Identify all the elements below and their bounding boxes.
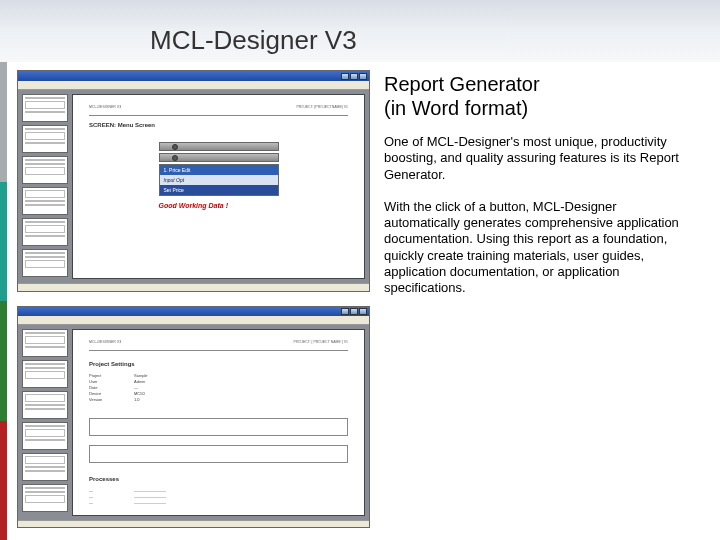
divider: [89, 350, 348, 351]
page-thumb: [22, 187, 68, 215]
settings-row: [89, 445, 348, 463]
window-body: MCL-DESIGNER V3 PROJECT: [PROJECTNAME] V…: [18, 90, 369, 283]
body-paragraph-1: One of MCL-Designer's most unique, produ…: [384, 134, 696, 183]
heading-line-2: (in Word format): [384, 97, 528, 119]
body-paragraph-2: With the click of a button, MCL-Designer…: [384, 199, 696, 297]
slide-body: MCL-DESIGNER V3 PROJECT: [PROJECTNAME] V…: [0, 62, 720, 540]
window-statusbar: [18, 283, 369, 291]
page-header-right: PROJECT: [PROJECTNAME] V1: [296, 105, 348, 109]
meta-val: —: [134, 385, 348, 390]
heading-line-1: Report Generator: [384, 73, 540, 95]
left-column: MCL-DESIGNER V3 PROJECT: [PROJECTNAME] V…: [0, 62, 380, 540]
page-thumbnails: [22, 94, 68, 279]
report-page: MCL-DESIGNER V3 PROJECT: [ PROJECT NAME …: [72, 329, 365, 516]
project-meta: ProjectSample UserAdmin Date— DeviceMC50…: [89, 373, 348, 402]
accent-red: [0, 421, 7, 541]
page-thumb: [22, 453, 68, 481]
meta-val: Admin: [134, 379, 348, 384]
radio-icon: [172, 155, 178, 161]
device-menu: 1. Price Edit Input Opt Set Price: [159, 164, 279, 196]
page-thumb: [22, 249, 68, 277]
page-thumb: [22, 218, 68, 246]
meta-key: Device: [89, 391, 134, 396]
window-body: MCL-DESIGNER V3 PROJECT: [ PROJECT NAME …: [18, 325, 369, 520]
page-header-left: MCL-DESIGNER V3: [89, 105, 121, 109]
callout-text: Good Working Data !: [159, 202, 279, 209]
menu-row-2: Input Opt: [160, 175, 278, 185]
window-titlebar: [18, 71, 369, 81]
accent-green: [0, 301, 7, 421]
window-toolbar: [18, 81, 369, 90]
maximize-icon: [350, 308, 358, 315]
window-toolbar: [18, 316, 369, 324]
device-mock: 1. Price Edit Input Opt Set Price Good W…: [159, 142, 279, 209]
meta-key: User: [89, 379, 134, 384]
page-thumb: [22, 156, 68, 184]
radio-icon: [172, 144, 178, 150]
section-title: Processes: [89, 476, 348, 482]
section-title: Project Settings: [89, 361, 348, 367]
device-topbar: [159, 153, 279, 162]
minimize-icon: [341, 73, 349, 80]
page-thumb: [22, 94, 68, 122]
accent-bar: [0, 62, 7, 540]
maximize-icon: [350, 73, 358, 80]
meta-val: Sample: [134, 373, 348, 378]
menu-row-1: 1. Price Edit: [160, 165, 278, 175]
close-icon: [359, 73, 367, 80]
page-header-left: MCL-DESIGNER V3: [89, 340, 121, 344]
meta-val: 1.0: [134, 397, 348, 402]
device-topbar: [159, 142, 279, 151]
section-heading: Report Generator (in Word format): [384, 72, 696, 120]
settings-row: [89, 418, 348, 436]
screenshots-column: MCL-DESIGNER V3 PROJECT: [PROJECTNAME] V…: [7, 62, 380, 540]
report-page: MCL-DESIGNER V3 PROJECT: [PROJECTNAME] V…: [72, 94, 365, 279]
page-header: MCL-DESIGNER V3 PROJECT: [PROJECTNAME] V…: [89, 105, 348, 109]
meta-key: Version: [89, 397, 134, 402]
screenshot-1: MCL-DESIGNER V3 PROJECT: [PROJECTNAME] V…: [17, 70, 370, 292]
screenshot-2: MCL-DESIGNER V3 PROJECT: [ PROJECT NAME …: [17, 306, 370, 528]
divider: [89, 115, 348, 116]
minimize-icon: [341, 308, 349, 315]
page-subtitle: SCREEN: Menu Screen: [89, 122, 348, 128]
meta-val: MC50: [134, 391, 348, 396]
page-thumb: [22, 422, 68, 450]
close-icon: [359, 308, 367, 315]
slide-header: MCL-Designer V3: [0, 0, 720, 62]
accent-teal: [0, 182, 7, 302]
accent-gray: [0, 62, 7, 182]
window-statusbar: [18, 520, 369, 527]
menu-row-3: Set Price: [160, 185, 278, 195]
page-thumb: [22, 125, 68, 153]
right-column: Report Generator (in Word format) One of…: [380, 62, 720, 540]
process-list: ————————— ————————— —————————: [89, 488, 348, 505]
page-header-right: PROJECT: [ PROJECT NAME ] V1: [294, 340, 348, 344]
window-titlebar: [18, 307, 369, 316]
meta-key: Date: [89, 385, 134, 390]
page-thumb: [22, 360, 68, 388]
page-thumb: [22, 329, 68, 357]
meta-key: Project: [89, 373, 134, 378]
page-header: MCL-DESIGNER V3 PROJECT: [ PROJECT NAME …: [89, 340, 348, 344]
page-thumb: [22, 484, 68, 512]
page-thumbnails: [22, 329, 68, 516]
slide-title: MCL-Designer V3: [150, 25, 357, 56]
page-thumb: [22, 391, 68, 419]
